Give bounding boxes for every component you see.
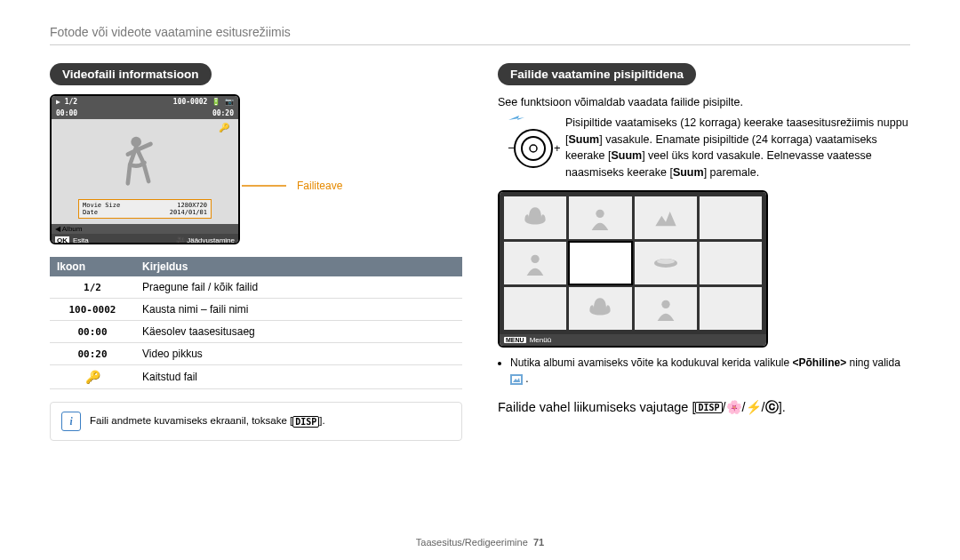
gallery-icon (510, 374, 523, 385)
thumb-cell (700, 242, 762, 284)
menu-label: Menüü (530, 336, 551, 344)
lock-icon: 🔑 (219, 123, 229, 132)
thumb-cell-selected (569, 242, 631, 284)
ss-right-info: 100-0002 🔋 📷 (173, 98, 234, 106)
nav-instruction: Failide vahel liikumiseks vajutage [DISP… (498, 399, 910, 416)
menu-pill: MENU (504, 337, 526, 343)
disp-button-icon: DISP (292, 416, 319, 428)
th-kirjeldus: Kirjeldus (135, 257, 462, 276)
bullet-list: Nutika albumi avamiseks võite ka kodukuv… (498, 355, 910, 387)
svg-point-10 (657, 259, 675, 264)
icon-description-table: Ikoon Kirjeldus 1/2Praegune fail / kõik … (50, 257, 462, 389)
svg-point-3 (522, 137, 545, 160)
table-row: 🔑Kaitstud fail (50, 365, 462, 389)
thumb-cell (569, 196, 631, 239)
th-ikoon: Ikoon (50, 257, 135, 276)
thumb-cell (700, 287, 762, 330)
thumb-cell (635, 196, 697, 239)
callout-line (242, 177, 295, 195)
section-pill-thumbnails: Failide vaatamine pisipiltidena (498, 63, 696, 85)
ss-counter: ▶ 1/2 (56, 98, 77, 106)
thumb-cell (700, 196, 762, 239)
svg-text:+: + (554, 141, 561, 155)
thumb-cell (504, 287, 566, 330)
page-footer: Taasesitus/Redigeerimine 71 (0, 537, 960, 548)
zoom-instructions: Pisipiltide vaatamiseks (12 korraga) kee… (565, 115, 910, 181)
svg-point-4 (530, 145, 537, 152)
svg-point-11 (661, 300, 669, 308)
ss-time-left: 00:00 (56, 109, 77, 117)
zoom-dial-illustration: − + (498, 115, 555, 175)
table-row: 00:20Video pikkus (50, 343, 462, 365)
ss-bottom-bar: OK Esita 🎥 Jäädvustamine (52, 234, 238, 244)
callout-label: Failiteave (297, 180, 342, 192)
video-info-screenshot: ▶ 1/2 100-0002 🔋 📷 00:00 00:20 🔑 (50, 94, 240, 244)
table-row: 00:00Käesolev taasesitusaeg (50, 321, 462, 343)
table-row: 1/2Praegune fail / kõik failid (50, 276, 462, 299)
page-header: Fotode või videote vaatamine esitusrežii… (50, 25, 910, 45)
info-note: i Faili andmete kuvamiseks ekraanil, tok… (50, 402, 462, 441)
thumb-cell (504, 242, 566, 284)
svg-point-2 (515, 130, 552, 167)
file-info-box: Movie Size1280X720 Date2014/01/01 (78, 199, 212, 219)
svg-text:−: − (508, 140, 515, 155)
right-column: Failide vaatamine pisipiltidena See funk… (498, 63, 910, 441)
dancer-silhouette (105, 132, 172, 194)
left-column: Videofaili informatsioon ▶ 1/2 100-0002 … (50, 63, 462, 441)
info-icon: i (61, 412, 81, 431)
thumb-cell (504, 196, 566, 239)
ss-album-row: ◀ Album (52, 224, 238, 234)
svg-point-7 (596, 209, 604, 217)
thumb-cell (635, 242, 697, 284)
ss-time-right: 00:20 (212, 109, 234, 117)
list-item: Nutika albumi avamiseks võite ka kodukuv… (510, 355, 910, 387)
thumb-cell (569, 287, 631, 330)
section-pill-videoinfo: Videofaili informatsioon (50, 63, 212, 85)
intro-text: See funktsioon võimaldab vaadata failide… (498, 94, 910, 111)
thumbnail-grid-screenshot: MENU Menüü (498, 190, 768, 348)
table-row: 100-0002Kausta nimi – faili nimi (50, 299, 462, 321)
thumb-cell (635, 287, 697, 330)
svg-point-8 (531, 254, 539, 262)
disp-button-icon: DISP (695, 402, 722, 413)
